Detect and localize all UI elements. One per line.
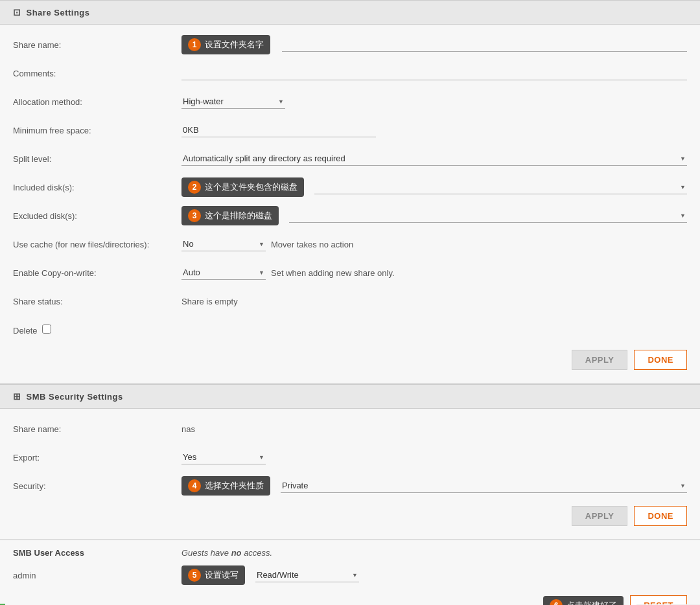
split-level-label: Split level: [13, 154, 181, 164]
comments-input[interactable] [181, 66, 687, 80]
share-name-control: 1 设置文件夹名字 [181, 35, 687, 54]
share-name-badge: 1 [188, 38, 201, 51]
share-name-input[interactable] [282, 38, 687, 52]
share-status-value: Share is empty [181, 297, 238, 306]
page-wrapper: ⊡ Share Settings Share name: 1 设置文件夹名字 C… [0, 0, 700, 605]
security-select-wrapper: Public Secure Private [281, 479, 687, 493]
share-name-tooltip-text: 设置文件夹名字 [205, 39, 264, 51]
share-name-row: Share name: 1 设置文件夹名字 [13, 35, 687, 54]
share-settings-icon: ⊡ [13, 7, 21, 17]
reset-button[interactable]: RESET [630, 595, 687, 605]
included-disks-select[interactable] [314, 180, 687, 194]
split-level-select-wrapper: Automatically split any directory as req… [181, 152, 687, 166]
admin-row: admin 5 设置读写 Read/Write Read Only No Acc… [13, 565, 687, 585]
allocation-method-row: Allocation method: High-water Most-free … [13, 92, 687, 111]
share-settings-title: Share Settings [27, 8, 90, 17]
allocation-method-control: High-water Most-free Fill-up [181, 95, 687, 109]
security-label: Security: [13, 481, 181, 491]
copy-on-write-note: Set when adding new share only. [271, 268, 395, 278]
copy-on-write-row: Enable Copy-on-write: Auto Yes No Set wh… [13, 263, 687, 282]
export-row: Export: Yes No [13, 448, 687, 467]
excluded-disks-select[interactable] [289, 209, 687, 223]
included-disks-row: Included disk(s): 2 这个是文件夹包含的磁盘 [13, 177, 687, 197]
share-settings-apply-button[interactable]: APPLY [572, 350, 628, 370]
export-control: Yes No [181, 450, 687, 464]
comments-label: Comments: [13, 69, 181, 78]
admin-select[interactable]: Read/Write Read Only No Access [255, 568, 359, 582]
smb-security-done-button[interactable]: DONE [634, 506, 687, 526]
share-name-label: Share name: [13, 40, 181, 50]
use-cache-note: Mover takes no action [271, 240, 353, 249]
smb-user-access-section: SMB User Access Guests have no access. a… [0, 540, 700, 605]
done-tooltip: 6 点击就建好了 [543, 596, 624, 606]
included-disks-badge: 2 [188, 181, 201, 194]
export-select-wrapper: Yes No [181, 450, 266, 464]
use-cache-label: Use cache (for new files/directories): [13, 240, 181, 249]
guests-note: Guests have [181, 548, 229, 558]
share-settings-done-button[interactable]: DONE [634, 350, 687, 370]
minimum-free-space-control [181, 123, 687, 137]
included-disks-tooltip-text: 这个是文件夹包含的磁盘 [205, 181, 298, 193]
done-badge: 6 [550, 599, 563, 606]
minimum-free-space-row: Minimum free space: [13, 120, 687, 140]
allocation-method-select-wrapper: High-water Most-free Fill-up [181, 95, 285, 109]
delete-checkbox[interactable] [42, 325, 51, 334]
comments-control [181, 66, 687, 80]
delete-row: Delete [13, 320, 687, 339]
split-level-control: Automatically split any directory as req… [181, 152, 687, 166]
split-level-select[interactable]: Automatically split any directory as req… [181, 152, 687, 166]
excluded-disks-select-wrapper [289, 209, 687, 223]
smb-share-name-value: nas [181, 424, 195, 434]
smb-security-form: Share name: nas Export: Yes No Security: [0, 409, 700, 539]
excluded-disks-badge: 3 [188, 209, 201, 222]
copy-on-write-label: Enable Copy-on-write: [13, 268, 181, 278]
security-tooltip-text: 选择文件夹性质 [205, 480, 264, 492]
smb-user-access-guests-text: Guests have no access. [181, 548, 687, 558]
use-cache-control: No Yes Only Prefer Mover takes no action [181, 237, 687, 251]
smb-user-access-header: SMB User Access Guests have no access. [13, 548, 687, 558]
smb-security-apply-button[interactable]: APPLY [572, 506, 628, 526]
smb-share-name-row: Share name: nas [13, 419, 687, 439]
use-cache-row: Use cache (for new files/directories): N… [13, 234, 687, 254]
admin-badge: 5 [188, 569, 201, 582]
security-select[interactable]: Public Secure Private [281, 479, 687, 493]
minimum-free-space-input[interactable] [181, 123, 376, 137]
share-status-control: Share is empty [181, 297, 687, 306]
included-disks-control: 2 这个是文件夹包含的磁盘 [181, 177, 687, 197]
smb-share-name-label: Share name: [13, 424, 181, 434]
copy-on-write-control: Auto Yes No Set when adding new share on… [181, 266, 687, 280]
excluded-disks-label: Excluded disk(s): [13, 211, 181, 221]
copy-on-write-select-wrapper: Auto Yes No [181, 266, 266, 280]
export-select[interactable]: Yes No [181, 450, 266, 464]
share-settings-buttons: APPLY DONE [13, 350, 687, 370]
smb-security-header: ⊞ SMB Security Settings [0, 384, 700, 409]
split-level-row: Split level: Automatically split any dir… [13, 149, 687, 168]
export-label: Export: [13, 453, 181, 462]
admin-tooltip-text: 设置读写 [205, 569, 239, 581]
excluded-disks-tooltip-text: 这个是排除的磁盘 [205, 210, 272, 222]
use-cache-select[interactable]: No Yes Only Prefer [181, 237, 266, 251]
allocation-method-label: Allocation method: [13, 97, 181, 107]
share-status-row: Share status: Share is empty [13, 291, 687, 311]
delete-label: Delete [13, 325, 181, 336]
smb-share-name-control: nas [181, 424, 687, 434]
security-control: 4 选择文件夹性质 Public Secure Private [181, 476, 687, 496]
use-cache-select-wrapper: No Yes Only Prefer [181, 237, 266, 251]
security-badge: 4 [188, 479, 201, 492]
admin-select-wrapper: Read/Write Read Only No Access [255, 568, 359, 582]
admin-control: 5 设置读写 Read/Write Read Only No Access [181, 565, 687, 585]
excluded-disks-row: Excluded disk(s): 3 这个是排除的磁盘 [13, 206, 687, 225]
allocation-method-select[interactable]: High-water Most-free Fill-up [181, 95, 285, 109]
share-name-tooltip: 1 设置文件夹名字 [181, 35, 270, 54]
admin-tooltip: 5 设置读写 [181, 565, 245, 585]
copy-on-write-select[interactable]: Auto Yes No [181, 266, 266, 280]
minimum-free-space-label: Minimum free space: [13, 126, 181, 135]
admin-label: admin [13, 571, 181, 580]
guests-access: access. [244, 548, 272, 558]
smb-security-icon: ⊞ [13, 391, 21, 402]
excluded-disks-control: 3 这个是排除的磁盘 [181, 206, 687, 225]
share-settings-header: ⊡ Share Settings [0, 0, 700, 25]
share-settings-form: Share name: 1 设置文件夹名字 Comments: Allocati… [0, 25, 700, 383]
done-tooltip-text: 点击就建好了 [566, 600, 617, 606]
included-disks-tooltip: 2 这个是文件夹包含的磁盘 [181, 177, 304, 197]
